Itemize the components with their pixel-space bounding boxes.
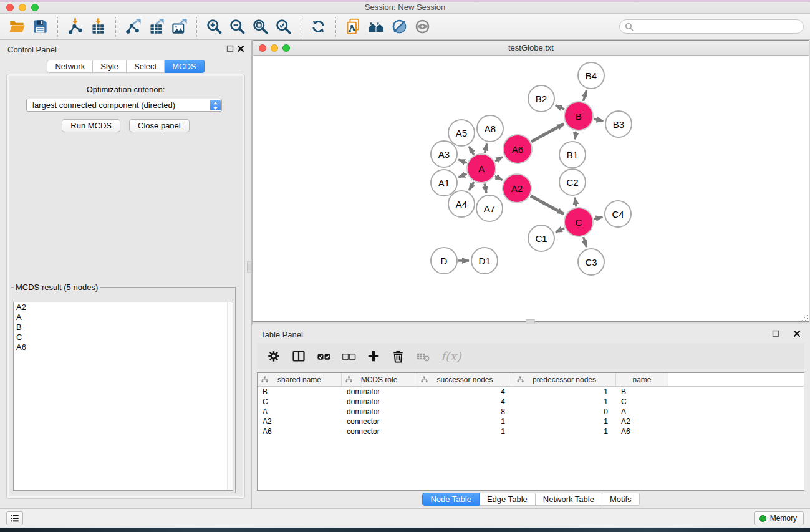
- cell-successor-nodes[interactable]: 1: [417, 417, 513, 427]
- mcds-result-item[interactable]: B: [14, 322, 233, 332]
- tab-motifs[interactable]: Motifs: [602, 493, 640, 506]
- export-table-button[interactable]: [145, 17, 168, 36]
- tab-network-table[interactable]: Network Table: [536, 493, 602, 506]
- column-header-shared-name[interactable]: shared name: [258, 373, 342, 386]
- cell-shared-name[interactable]: A2: [258, 417, 342, 427]
- table-row[interactable]: Adominator80A: [258, 407, 804, 417]
- refresh-button[interactable]: [307, 17, 330, 36]
- edge-B-B3[interactable]: [594, 119, 604, 121]
- run-mcds-button[interactable]: Run MCDS: [62, 119, 120, 132]
- table-row[interactable]: A2connector11A2: [258, 417, 804, 427]
- control-panel-close-button[interactable]: [237, 45, 244, 52]
- tab-select[interactable]: Select: [127, 60, 165, 73]
- table-row[interactable]: A6connector11A6: [258, 427, 804, 437]
- edge-C-C1[interactable]: [556, 228, 564, 232]
- hide-selected-button[interactable]: [388, 17, 411, 36]
- zoom-selected-button[interactable]: [272, 17, 295, 36]
- zoom-in-button[interactable]: [203, 17, 226, 36]
- mcds-result-item[interactable]: A: [14, 312, 233, 322]
- node-A7[interactable]: A7: [476, 195, 503, 222]
- cell-name[interactable]: B: [616, 387, 668, 397]
- criterion-dropdown[interactable]: largest connected component (directed): [26, 99, 222, 112]
- edge-A-A6[interactable]: [495, 157, 503, 162]
- column-layout-button[interactable]: [291, 349, 306, 364]
- add-row-button[interactable]: [367, 349, 380, 363]
- cell-mcds-role[interactable]: dominator: [342, 387, 417, 397]
- node-B1[interactable]: B1: [559, 141, 586, 168]
- edge-C-C4[interactable]: [594, 217, 603, 219]
- cell-shared-name[interactable]: C: [258, 397, 342, 407]
- cell-mcds-role[interactable]: dominator: [342, 407, 417, 417]
- node-A8[interactable]: A8: [476, 115, 504, 142]
- deselect-all-button[interactable]: [342, 349, 356, 364]
- edge-A2-C[interactable]: [531, 196, 564, 214]
- result-list-scrollbar[interactable]: [227, 302, 233, 490]
- tab-style[interactable]: Style: [93, 60, 127, 73]
- delete-row-button[interactable]: [391, 349, 405, 364]
- edge-A6-B[interactable]: [531, 124, 564, 142]
- network-canvas[interactable]: B4B2BB3A8A5A6A3B1AC2A1A2A4A7C4CC1C3DD1: [253, 56, 809, 321]
- control-panel-float-button[interactable]: [226, 45, 234, 52]
- task-history-button[interactable]: [6, 511, 23, 525]
- edge-A-A5[interactable]: [469, 147, 474, 155]
- edge-B-B4[interactable]: [583, 90, 586, 101]
- node-A2[interactable]: A2: [502, 173, 532, 203]
- tab-edge-table[interactable]: Edge Table: [480, 493, 536, 506]
- delete-table-button[interactable]: [416, 349, 430, 364]
- cell-name[interactable]: C: [616, 397, 668, 407]
- table-row[interactable]: Cdominator41C: [258, 397, 804, 407]
- cell-predecessor-nodes[interactable]: 0: [513, 407, 616, 417]
- node-A4[interactable]: A4: [448, 190, 475, 218]
- cell-predecessor-nodes[interactable]: 1: [513, 387, 616, 397]
- tab-node-table[interactable]: Node Table: [422, 493, 480, 506]
- memory-button[interactable]: Memory: [754, 511, 804, 525]
- table-panel-close-button[interactable]: [793, 330, 801, 337]
- network-minimize-button[interactable]: [271, 44, 278, 52]
- cell-shared-name[interactable]: A: [258, 407, 342, 417]
- mcds-result-item[interactable]: A6: [14, 342, 233, 352]
- edge-A-A8[interactable]: [485, 143, 486, 153]
- resize-grip-icon[interactable]: [800, 312, 808, 321]
- function-builder-button[interactable]: f(x): [441, 351, 461, 362]
- node-A6[interactable]: A6: [503, 134, 533, 164]
- node-C2[interactable]: C2: [559, 168, 586, 196]
- open-file-button[interactable]: [6, 17, 29, 36]
- node-C3[interactable]: C3: [577, 248, 605, 276]
- vertical-splitter-grip[interactable]: [247, 261, 252, 273]
- node-C[interactable]: C: [564, 207, 594, 237]
- table-row[interactable]: Bdominator41B: [258, 387, 804, 397]
- cell-name[interactable]: A6: [616, 427, 668, 437]
- export-network-button[interactable]: [122, 17, 145, 36]
- select-all-button[interactable]: [317, 349, 331, 364]
- cell-name[interactable]: A2: [616, 417, 668, 427]
- edge-A-A7[interactable]: [485, 184, 486, 193]
- column-header-mcds-role[interactable]: MCDS role: [342, 373, 417, 386]
- cell-shared-name[interactable]: B: [258, 387, 342, 397]
- edge-B-B2[interactable]: [556, 105, 565, 110]
- edge-A-A1[interactable]: [458, 174, 466, 177]
- node-D[interactable]: D: [430, 247, 458, 274]
- zoom-fit-button[interactable]: [249, 17, 272, 36]
- cell-mcds-role[interactable]: connector: [342, 417, 417, 427]
- tab-network[interactable]: Network: [47, 60, 93, 73]
- node-A[interactable]: A: [466, 153, 496, 183]
- table-panel-float-button[interactable]: [772, 330, 779, 337]
- zoom-out-button[interactable]: [226, 17, 249, 36]
- node-B2[interactable]: B2: [528, 85, 555, 112]
- cell-predecessor-nodes[interactable]: 1: [513, 427, 616, 437]
- cell-name[interactable]: A: [616, 407, 668, 417]
- tab-mcds[interactable]: MCDS: [165, 60, 204, 73]
- mcds-result-list[interactable]: A2ABCA6: [13, 302, 233, 491]
- edge-A-A4[interactable]: [469, 182, 474, 190]
- node-C1[interactable]: C1: [528, 225, 555, 252]
- export-image-button[interactable]: [168, 17, 191, 36]
- node-B3[interactable]: B3: [605, 110, 632, 138]
- cell-predecessor-nodes[interactable]: 1: [513, 397, 616, 407]
- cell-successor-nodes[interactable]: 1: [417, 427, 513, 437]
- cell-mcds-role[interactable]: connector: [342, 427, 417, 437]
- home-button[interactable]: [365, 17, 388, 36]
- horizontal-splitter-grip[interactable]: [526, 319, 535, 324]
- cell-mcds-role[interactable]: dominator: [342, 397, 417, 407]
- node-A3[interactable]: A3: [430, 140, 458, 168]
- mcds-result-item[interactable]: A2: [14, 302, 233, 312]
